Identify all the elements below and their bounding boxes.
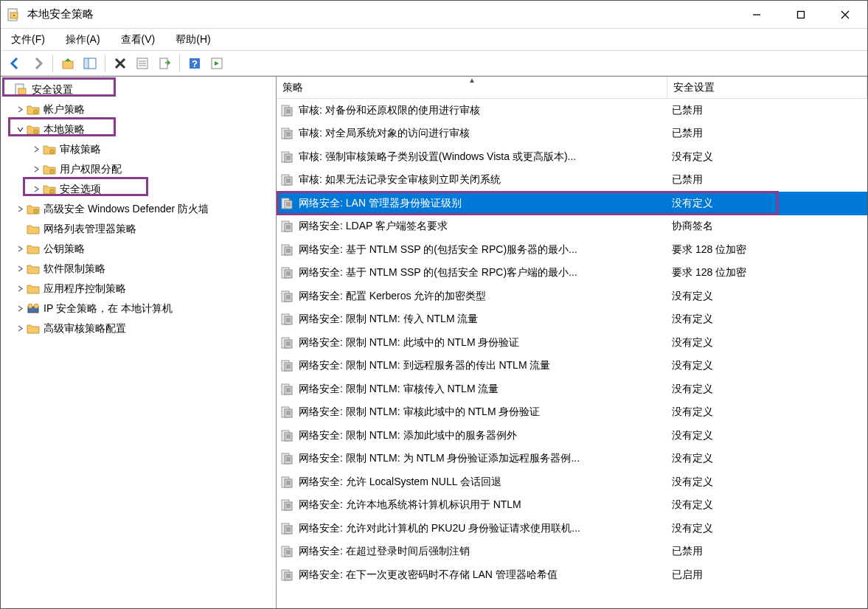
tree-node-netlist[interactable]: 网络列表管理器策略 [1, 219, 276, 239]
policy-row[interactable]: 网络安全: 限制 NTLM: 到远程服务器的传出 NTLM 流量没有定义 [277, 355, 867, 378]
policy-row[interactable]: 网络安全: 限制 NTLM: 此域中的 NTLM 身份验证没有定义 [277, 331, 867, 355]
tree-node-audit[interactable]: 审核策略 [1, 139, 276, 159]
policy-name-cell: 网络安全: 基于 NTLM SSP 的(包括安全 RPC)服务器的最小... [297, 243, 666, 257]
policy-item-icon [280, 336, 297, 349]
policy-name-cell: 网络安全: 允许本地系统将计算机标识用于 NTLM [297, 498, 666, 512]
policy-row[interactable]: 网络安全: 允许 LocalSystem NULL 会话回退没有定义 [277, 470, 867, 494]
policy-item-icon [280, 243, 297, 257]
policy-row[interactable]: 网络安全: 在超过登录时间后强制注销已禁用 [277, 540, 867, 564]
policy-setting-cell: 没有定义 [666, 429, 867, 442]
tree-node-rights[interactable]: 用户权限分配 [1, 159, 276, 179]
tree-expander-icon[interactable] [14, 125, 26, 134]
tree-expander-icon[interactable] [14, 265, 26, 274]
policy-name-cell: 网络安全: 允许对此计算机的 PKU2U 身份验证请求使用联机... [297, 522, 666, 535]
menu-view[interactable]: 查看(V) [117, 30, 160, 49]
tree-expander-icon[interactable] [14, 324, 26, 333]
folder-plain-icon [26, 282, 41, 296]
tree-node-advaudit[interactable]: 高级审核策略配置 [1, 319, 276, 338]
policy-row[interactable]: 网络安全: LDAP 客户端签名要求协商签名 [277, 215, 867, 239]
policy-setting-cell: 没有定义 [666, 476, 867, 489]
tree-node-ipsec[interactable]: IP 安全策略，在 本地计算机 [1, 299, 276, 319]
export-button[interactable] [154, 53, 175, 74]
list-body[interactable]: 审核: 对备份和还原权限的使用进行审核已禁用审核: 对全局系统对象的访问进行审核… [277, 99, 867, 608]
help-button[interactable]: ? [184, 53, 205, 74]
properties-button[interactable] [132, 53, 153, 74]
toolbar-separator [105, 55, 105, 72]
policy-row[interactable]: 网络安全: 在下一次更改密码时不存储 LAN 管理器哈希值已启用 [277, 563, 867, 587]
policy-name-cell: 网络安全: 限制 NTLM: 审核传入 NTLM 流量 [297, 383, 666, 396]
tree-expander-icon[interactable] [30, 185, 42, 194]
policy-row[interactable]: 网络安全: 限制 NTLM: 审核此域中的 NTLM 身份验证没有定义 [277, 401, 867, 425]
policy-item-icon [280, 359, 297, 372]
menu-help[interactable]: 帮助(H) [171, 30, 215, 49]
tree-node-label: 公钥策略 [44, 243, 85, 256]
column-header-setting-label: 安全设置 [673, 81, 715, 94]
tree-expander-icon[interactable] [14, 105, 26, 114]
tree-node-acct[interactable]: 帐户策略 [1, 100, 276, 119]
tree-node-appctrl[interactable]: 应用程序控制策略 [1, 279, 276, 299]
tree-expander-icon[interactable] [14, 304, 26, 313]
minimize-button[interactable] [735, 1, 779, 29]
policy-row[interactable]: 审核: 对全局系统对象的访问进行审核已禁用 [277, 122, 867, 146]
policy-row[interactable]: 审核: 如果无法记录安全审核则立即关闭系统已禁用 [277, 169, 867, 192]
policy-item-icon [280, 383, 297, 396]
tree-expander-icon[interactable] [14, 245, 26, 254]
policy-item-icon [280, 150, 297, 164]
policy-item-icon [280, 127, 297, 140]
show-hide-tree-button[interactable] [80, 53, 100, 74]
policy-row[interactable]: 审核: 对备份和还原权限的使用进行审核已禁用 [277, 99, 867, 122]
tree-node-swrestrict[interactable]: 软件限制策略 [1, 259, 276, 279]
close-button[interactable] [823, 1, 867, 29]
policy-row[interactable]: 网络安全: 限制 NTLM: 传入 NTLM 流量没有定义 [277, 308, 867, 332]
sort-indicator-icon: ▲ [468, 77, 476, 84]
policy-name-cell: 网络安全: 限制 NTLM: 此域中的 NTLM 身份验证 [297, 336, 666, 349]
policy-setting-cell: 要求 128 位加密 [666, 266, 867, 279]
policy-name-cell: 网络安全: 配置 Kerberos 允许的加密类型 [297, 290, 666, 303]
tree-expander-icon[interactable] [30, 165, 42, 174]
policy-name-cell: 审核: 如果无法记录安全审核则立即关闭系统 [297, 173, 666, 187]
up-button[interactable] [58, 53, 78, 74]
maximize-button[interactable] [779, 1, 823, 29]
svg-rect-22 [18, 88, 26, 94]
svg-point-2 [13, 15, 15, 16]
tree-pane[interactable]: 安全设置帐户策略本地策略审核策略用户权限分配安全选项高级安全 Windows D… [1, 77, 277, 608]
policy-row[interactable]: 网络安全: 配置 Kerberos 允许的加密类型没有定义 [277, 285, 867, 308]
menu-action[interactable]: 操作(A) [61, 30, 105, 49]
tree-node-root[interactable]: 安全设置 [1, 80, 276, 100]
tree-node-label: 帐户策略 [44, 103, 85, 116]
toolbar-separator [179, 55, 180, 72]
menu-file[interactable]: 文件(F) [7, 30, 49, 49]
policy-row[interactable]: 网络安全: 基于 NTLM SSP 的(包括安全 RPC)服务器的最小...要求… [277, 238, 867, 262]
tree-node-local[interactable]: 本地策略 [1, 119, 276, 139]
app-window: 本地安全策略 文件(F) 操作(A) 查看(V) 帮助(H) ? [0, 0, 868, 609]
app-icon [7, 7, 21, 22]
svg-rect-28 [34, 209, 38, 213]
policy-row[interactable]: 网络安全: 允许对此计算机的 PKU2U 身份验证请求使用联机...没有定义 [277, 517, 867, 540]
policy-item-icon [280, 452, 297, 465]
policy-row[interactable]: 审核: 强制审核策略子类别设置(Windows Vista 或更高版本)...没… [277, 145, 867, 169]
policy-row[interactable]: 网络安全: 允许本地系统将计算机标识用于 NTLM没有定义 [277, 494, 867, 518]
policy-row[interactable]: 网络安全: 基于 NTLM SSP 的(包括安全 RPC)客户端的最小...要求… [277, 262, 867, 285]
delete-button[interactable] [110, 53, 131, 74]
policy-item-icon [280, 476, 297, 489]
policy-row[interactable]: 网络安全: 限制 NTLM: 为 NTLM 身份验证添加远程服务器例...没有定… [277, 448, 867, 471]
tree-node-secopts[interactable]: 安全选项 [1, 179, 276, 199]
policy-row[interactable]: 网络安全: 限制 NTLM: 添加此域中的服务器例外没有定义 [277, 424, 867, 448]
back-button[interactable] [5, 53, 26, 74]
tree-expander-icon[interactable] [30, 145, 42, 154]
refresh-button[interactable] [206, 53, 227, 74]
tree-expander-icon[interactable] [14, 285, 26, 293]
svg-rect-27 [50, 189, 54, 193]
policy-setting-cell: 没有定义 [666, 290, 867, 303]
column-header-setting[interactable]: 安全设置 [667, 77, 867, 98]
forward-button[interactable] [27, 53, 48, 74]
policy-row[interactable]: 网络安全: LAN 管理器身份验证级别没有定义 [277, 192, 867, 215]
folder-icon [26, 123, 41, 136]
tree-expander-icon[interactable] [14, 205, 26, 214]
policy-item-icon [280, 568, 297, 582]
svg-rect-7 [63, 61, 73, 69]
tree-node-pubkey[interactable]: 公钥策略 [1, 239, 276, 259]
policy-row[interactable]: 网络安全: 限制 NTLM: 审核传入 NTLM 流量没有定义 [277, 377, 867, 401]
policy-setting-cell: 没有定义 [666, 197, 867, 210]
tree-node-defender[interactable]: 高级安全 Windows Defender 防火墙 [1, 199, 276, 219]
